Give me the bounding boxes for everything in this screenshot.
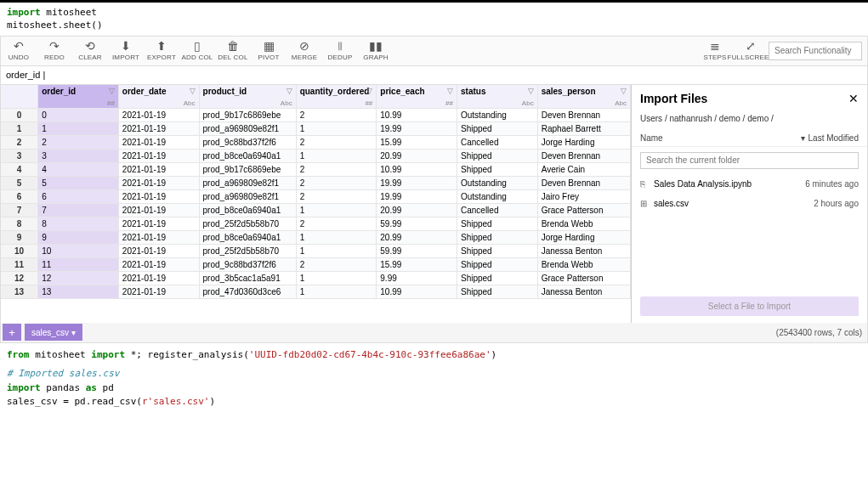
col-header-quantity[interactable]: quantity_ordered▽## xyxy=(296,85,377,109)
col-header-order-id[interactable]: order_id▽## xyxy=(38,85,119,109)
table-row[interactable]: 11112021-01-19prod_9c88bd37f2f6215.99Shi… xyxy=(1,258,631,272)
cell-order-date[interactable]: 2021-01-19 xyxy=(118,136,199,150)
cell-person[interactable]: Jorge Harding xyxy=(537,136,630,150)
cell-quantity[interactable]: 1 xyxy=(296,285,377,299)
table-row[interactable]: 442021-01-19prod_9b17c6869ebe210.99Shipp… xyxy=(1,163,631,177)
table-row[interactable]: 332021-01-19prod_b8ce0a6940a1120.99Shipp… xyxy=(1,150,631,163)
cell-product-id[interactable]: prod_9b17c6869ebe xyxy=(199,109,296,122)
cell-order-date[interactable]: 2021-01-19 xyxy=(118,109,199,122)
cell-order-date[interactable]: 2021-01-19 xyxy=(118,245,199,258)
cell-product-id[interactable]: prod_a969809e82f1 xyxy=(199,122,296,136)
cell-person[interactable]: Brenda Webb xyxy=(537,217,630,231)
row-index[interactable]: 7 xyxy=(1,204,38,217)
cell-order-id[interactable]: 2 xyxy=(38,136,119,150)
cell-person[interactable]: Jairo Frey xyxy=(537,190,630,204)
cell-status[interactable]: Cancelled xyxy=(457,136,537,150)
cell-quantity[interactable]: 1 xyxy=(296,204,377,217)
close-icon[interactable]: ✕ xyxy=(848,92,859,105)
cell-status[interactable]: Shipped xyxy=(457,150,537,163)
cell-product-id[interactable]: prod_b8ce0a6940a1 xyxy=(199,204,296,217)
table-row[interactable]: 12122021-01-19prod_3b5cac1a5a9119.99Ship… xyxy=(1,272,631,285)
cell-person[interactable]: Raphael Barrett xyxy=(537,122,630,136)
file-row-ipynb[interactable]: ⎘ Sales Data Analysis.ipynb 6 minutes ag… xyxy=(632,174,867,194)
formula-bar[interactable]: order_id | xyxy=(0,66,868,85)
cell-order-date[interactable]: 2021-01-19 xyxy=(118,163,199,177)
search-functionality-input[interactable] xyxy=(769,42,862,60)
cell-order-id[interactable]: 12 xyxy=(38,272,119,285)
breadcrumb[interactable]: Users / nathanrush / demo / demo / xyxy=(632,112,867,130)
cell-order-id[interactable]: 9 xyxy=(38,231,119,245)
col-header-order-date[interactable]: order_date▽Abc xyxy=(118,85,199,109)
table-row[interactable]: 10102021-01-19prod_25f2d5b58b70159.99Shi… xyxy=(1,245,631,258)
cell-order-date[interactable]: 2021-01-19 xyxy=(118,204,199,217)
cell-order-id[interactable]: 7 xyxy=(38,204,119,217)
col-header-status[interactable]: status▽Abc xyxy=(457,85,537,109)
cell-product-id[interactable]: prod_b8ce0a6940a1 xyxy=(199,150,296,163)
cell-person[interactable]: Deven Brennan xyxy=(537,109,630,122)
row-index[interactable]: 6 xyxy=(1,190,38,204)
cell-order-id[interactable]: 5 xyxy=(38,177,119,190)
row-index[interactable]: 4 xyxy=(1,163,38,177)
cell-order-date[interactable]: 2021-01-19 xyxy=(118,258,199,272)
cell-quantity[interactable]: 2 xyxy=(296,258,377,272)
cell-product-id[interactable]: prod_b8ce0a6940a1 xyxy=(199,231,296,245)
cell-price[interactable]: 19.99 xyxy=(377,122,457,136)
cell-product-id[interactable]: prod_25f2d5b58b70 xyxy=(199,245,296,258)
cell-status[interactable]: Outstanding xyxy=(457,190,537,204)
table-row[interactable]: 552021-01-19prod_a969809e82f1219.99Outst… xyxy=(1,177,631,190)
cell-order-date[interactable]: 2021-01-19 xyxy=(118,285,199,299)
cell-quantity[interactable]: 2 xyxy=(296,177,377,190)
cell-price[interactable]: 15.99 xyxy=(377,136,457,150)
cell-quantity[interactable]: 2 xyxy=(296,190,377,204)
cell-order-date[interactable]: 2021-01-19 xyxy=(118,231,199,245)
cell-person[interactable]: Deven Brennan xyxy=(537,177,630,190)
table-row[interactable]: 222021-01-19prod_9c88bd37f2f6215.99Cance… xyxy=(1,136,631,150)
table-row[interactable]: 992021-01-19prod_b8ce0a6940a1120.99Shipp… xyxy=(1,231,631,245)
filter-icon[interactable]: ▽ xyxy=(190,87,196,95)
table-row[interactable]: 772021-01-19prod_b8ce0a6940a1120.99Cance… xyxy=(1,204,631,217)
cell-price[interactable]: 10.99 xyxy=(377,285,457,299)
cell-quantity[interactable]: 2 xyxy=(296,136,377,150)
cell-status[interactable]: Shipped xyxy=(457,245,537,258)
row-index[interactable]: 3 xyxy=(1,150,38,163)
table-row[interactable]: 002021-01-19prod_9b17c6869ebe210.99Outst… xyxy=(1,109,631,122)
col-header-sales-person[interactable]: sales_person▽Abc xyxy=(537,85,630,109)
cell-order-date[interactable]: 2021-01-19 xyxy=(118,217,199,231)
filter-icon[interactable]: ▽ xyxy=(528,87,534,95)
import-button[interactable]: ⬇IMPORT xyxy=(108,37,144,65)
cell-order-id[interactable]: 1 xyxy=(38,122,119,136)
cell-price[interactable]: 59.99 xyxy=(377,217,457,231)
cell-status[interactable]: Shipped xyxy=(457,163,537,177)
cell-product-id[interactable]: prod_25f2d5b58b70 xyxy=(199,217,296,231)
cell-person[interactable]: Janessa Benton xyxy=(537,285,630,299)
row-index[interactable]: 8 xyxy=(1,217,38,231)
cell-quantity[interactable]: 2 xyxy=(296,109,377,122)
cell-order-date[interactable]: 2021-01-19 xyxy=(118,122,199,136)
cell-order-id[interactable]: 13 xyxy=(38,285,119,299)
filter-icon[interactable]: ▽ xyxy=(109,87,115,95)
cell-price[interactable]: 20.99 xyxy=(377,231,457,245)
cell-person[interactable]: Grace Patterson xyxy=(537,272,630,285)
filter-icon[interactable]: ▽ xyxy=(366,87,372,95)
col-header-product-id[interactable]: product_id▽Abc xyxy=(199,85,296,109)
select-file-import-button[interactable]: Select a File to Import xyxy=(640,296,859,316)
cell-product-id[interactable]: prod_9b17c6869ebe xyxy=(199,163,296,177)
cell-status[interactable]: Outstanding xyxy=(457,109,537,122)
cell-product-id[interactable]: prod_a969809e82f1 xyxy=(199,177,296,190)
col-header-price[interactable]: price_each▽## xyxy=(377,85,457,109)
cell-order-id[interactable]: 8 xyxy=(38,217,119,231)
graph-button[interactable]: ▮▮GRAPH xyxy=(358,37,394,65)
row-index[interactable]: 12 xyxy=(1,272,38,285)
cell-price[interactable]: 10.99 xyxy=(377,163,457,177)
cell-order-id[interactable]: 4 xyxy=(38,163,119,177)
pivot-button[interactable]: ▦PIVOT xyxy=(251,37,286,65)
cell-order-date[interactable]: 2021-01-19 xyxy=(118,190,199,204)
cell-quantity[interactable]: 1 xyxy=(296,231,377,245)
clear-button[interactable]: ⟲CLEAR xyxy=(72,37,108,65)
cell-order-id[interactable]: 6 xyxy=(38,190,119,204)
cell-order-id[interactable]: 0 xyxy=(38,109,119,122)
cell-quantity[interactable]: 1 xyxy=(296,245,377,258)
cell-status[interactable]: Outstanding xyxy=(457,177,537,190)
cell-person[interactable]: Deven Brennan xyxy=(537,150,630,163)
cell-price[interactable]: 20.99 xyxy=(377,150,457,163)
